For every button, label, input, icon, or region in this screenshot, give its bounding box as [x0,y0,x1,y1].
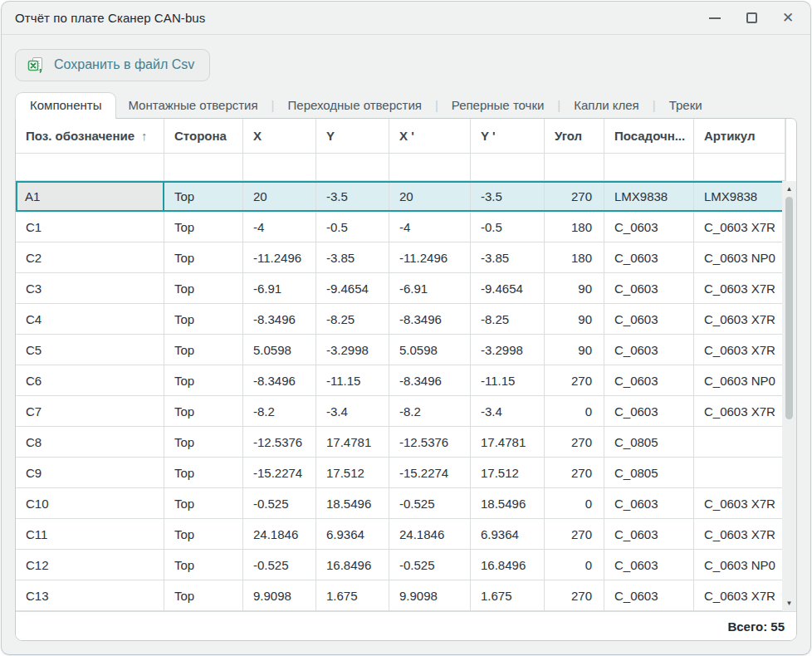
table-footer: Всего: 55 [16,611,796,640]
table-cell: Top [164,488,243,519]
table-cell: -8.2 [243,396,316,427]
table-cell [694,458,785,488]
table-cell: -11.15 [316,365,389,396]
table-cell: Top [164,273,243,304]
table-cell: C_0603 X7R [694,335,785,365]
table-cell: 90 [545,304,604,335]
table-cell: -3.2998 [316,335,389,365]
column-header[interactable]: Поз. обозначение↑ [16,119,164,154]
column-header[interactable]: Y ' [471,119,545,154]
tab-5[interactable]: Капли клея [562,93,650,118]
filter-row [16,154,796,181]
tab-separator: | [651,98,658,118]
table-cell: -15.2274 [389,458,471,488]
table-row[interactable]: C4Top-8.3496-8.25-8.3496-8.2590C_0603C_0… [16,304,796,335]
table-cell [694,427,785,458]
window-controls: ✕ [707,11,795,26]
column-header[interactable]: X [243,119,316,154]
table-cell: Top [164,580,243,611]
table-cell: 0 [545,396,604,427]
table-header-row: Поз. обозначение↑СторонаXYX 'Y 'УголПоса… [16,119,796,154]
table-cell: 0 [545,550,604,580]
table-row[interactable]: C1Top-4-0.5-4-0.5180C_0603C_0603 X7R [16,212,796,242]
table-row[interactable]: C13Top9.90981.6759.90981.675270C_0603C_0… [16,580,796,611]
table-row[interactable]: C10Top-0.52518.5496-0.52518.54960C_0603C… [16,488,796,519]
filter-cell[interactable] [16,154,164,181]
table-cell: 90 [545,335,604,365]
table-row[interactable]: C5Top5.0598-3.29985.0598-3.299890C_0603C… [16,335,796,365]
tab-1[interactable]: Компоненты [15,92,116,119]
maximize-button[interactable] [744,11,759,26]
column-header[interactable]: Y [316,119,389,154]
table-cell: 5.0598 [389,335,471,365]
column-header[interactable]: X ' [389,119,471,154]
table-cell: -6.91 [243,273,316,304]
table-cell: -9.4654 [316,273,389,304]
tab-2[interactable]: Монтажные отверстия [116,93,269,118]
save-csv-button[interactable]: Сохранить в файл Csv [15,49,210,81]
table-cell: 17.512 [316,458,389,488]
tab-separator: | [433,98,440,118]
table-row[interactable]: C7Top-8.2-3.4-8.2-3.40C_0603C_0603 X7R [16,396,796,427]
tab-6[interactable]: Треки [658,93,714,118]
table-cell: 24.1846 [389,519,471,550]
table-row[interactable]: C11Top24.18466.936424.18466.9364270C_060… [16,519,796,550]
toolbar: Сохранить в файл Csv [2,35,810,81]
column-header[interactable]: Артикул [694,119,785,154]
table-cell: -0.525 [243,550,316,580]
filter-cell[interactable] [545,154,604,181]
filter-cell[interactable] [316,154,389,181]
table-row[interactable]: C8Top-12.537617.4781-12.537617.4781270C_… [16,427,796,458]
table-cell: -0.525 [389,550,471,580]
minimize-button[interactable] [707,11,722,26]
scrollbar-thumb[interactable] [785,197,793,419]
save-csv-label: Сохранить в файл Csv [54,57,194,72]
column-header[interactable]: Угол [545,119,604,154]
table-cell: -8.2 [389,396,471,427]
table-cell: Top [164,304,243,335]
table-cell: C7 [16,396,164,427]
tab-3[interactable]: Переходные отверстия [276,93,433,118]
filter-cell[interactable] [243,154,316,181]
table-cell: Top [164,396,243,427]
table-cell: C_0805 [604,458,694,488]
table-cell: -8.3496 [389,365,471,396]
table-cell: C_0603 X7R [694,519,785,550]
filter-cell[interactable] [694,154,785,181]
filter-cell[interactable] [389,154,471,181]
table-cell: C_0603 [604,519,694,550]
table-cell: 180 [545,242,604,273]
table-cell: 9.9098 [389,580,471,611]
table-cell: Top [164,181,243,212]
column-header[interactable]: Сторона [164,119,243,154]
table-row[interactable]: C3Top-6.91-9.4654-6.91-9.465490C_0603C_0… [16,273,796,304]
table-cell: -8.25 [316,304,389,335]
close-icon: ✕ [782,11,794,25]
table-cell: -3.5 [471,181,545,212]
table-cell: Top [164,427,243,458]
scroll-up-arrow[interactable]: ▲ [782,185,796,193]
table-cell: C_0603 [604,580,694,611]
tab-4[interactable]: Реперные точки [440,93,556,118]
filter-cell[interactable] [604,154,694,181]
table-cell: 5.0598 [243,335,316,365]
table-cell: -8.3496 [243,304,316,335]
table-cell: -11.15 [471,365,545,396]
filter-cell[interactable] [164,154,243,181]
close-button[interactable]: ✕ [780,11,795,26]
table-row[interactable]: A1Top20-3.520-3.5270LMX9838LMX9838 [16,181,796,212]
table-cell: 17.4781 [316,427,389,458]
vertical-scrollbar[interactable]: ▲ ▼ [782,181,796,611]
table-cell: -4 [243,212,316,242]
table-cell: C11 [16,519,164,550]
table-cell: 16.8496 [316,550,389,580]
filter-cell[interactable] [471,154,545,181]
column-header[interactable]: Посадочн... [604,119,694,154]
table-row[interactable]: C9Top-15.227417.512-15.227417.512270C_08… [16,458,796,488]
scroll-down-arrow[interactable]: ▼ [782,600,796,607]
table-row[interactable]: C2Top-11.2496-3.85-11.2496-3.85180C_0603… [16,242,796,273]
column-header-label: Поз. обозначение [26,129,135,143]
table-row[interactable]: C6Top-8.3496-11.15-8.3496-11.15270C_0603… [16,365,796,396]
table-cell: 270 [545,519,604,550]
table-row[interactable]: C12Top-0.52516.8496-0.52516.84960C_0603C… [16,550,796,580]
